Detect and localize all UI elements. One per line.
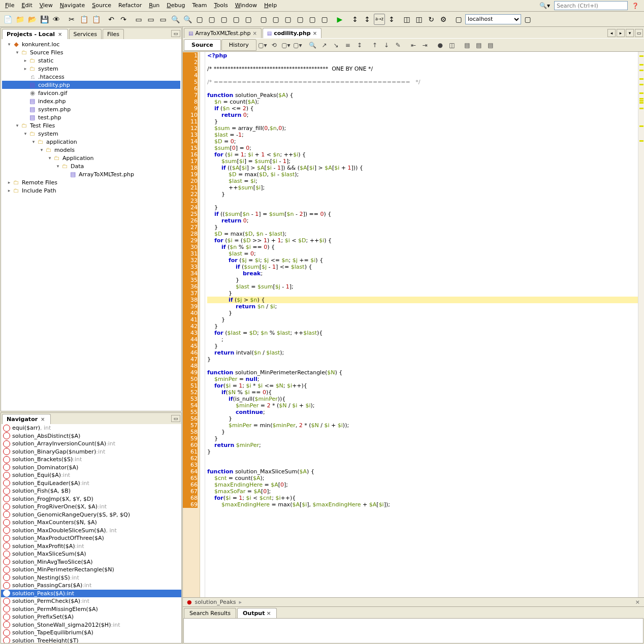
tree-item-system-php[interactable]: ▤system.php [2,105,180,113]
editor-tool-btn[interactable]: ✎ [393,40,404,51]
host-combo[interactable]: localhost [465,14,521,24]
twisty-icon[interactable]: ▾ [39,147,45,152]
nav-item[interactable]: solution_BinaryGap($number):int [1,448,181,456]
tb11[interactable]: ▢ [282,14,294,25]
nav-item[interactable]: solution_Brackets($S):int [1,456,181,464]
editor-tool-btn[interactable]: 🔍 [307,40,318,51]
editor-tool-btn[interactable]: ⇥ [420,40,431,51]
menu-refactor[interactable]: Refactor [115,1,145,10]
db3[interactable]: ↻ [426,14,437,25]
nav-item[interactable]: solution_Equi($A):int [1,471,181,479]
editor-tool-btn[interactable]: ▢▾ [292,40,303,51]
editor-tool-btn[interactable]: ↓ [381,40,392,51]
tree-item-test-php[interactable]: ▤test.php [2,113,180,121]
tree-item-test-files[interactable]: ▾🗀Test Files [2,121,180,130]
nav-item[interactable]: solution_PermCheck($A):int [1,597,181,605]
tree-item-application[interactable]: ▾🗀application [2,138,180,146]
menu-tools[interactable]: Tools [211,1,231,10]
tb13[interactable]: ▢ [307,14,318,25]
minimize-btn[interactable]: ▭ [171,415,180,422]
code-editor[interactable]: <?php /* *******************************… [205,52,638,597]
tb10[interactable]: ▢ [270,14,281,25]
tb7[interactable]: ▢ [231,14,242,25]
tree-item-favicon-gif[interactable]: ◉favicon.gif [2,89,180,97]
editor-tool-btn[interactable]: ◫ [446,40,458,51]
menu-view[interactable]: View [37,1,56,10]
editor-tool-btn[interactable]: ▤ [473,40,485,51]
menu-team[interactable]: Team [189,1,210,10]
save-all-btn[interactable]: 💾 [39,14,50,25]
scroll-right-btn[interactable]: ▸ [617,29,625,37]
nav-item[interactable]: solution_MaxProfit($A):int [1,542,181,551]
nav-item[interactable]: solution_ArrayInversionCount($A):int [1,440,181,448]
editor-tool-btn[interactable]: ↕ [354,40,365,51]
sort1[interactable]: ↕ [349,14,361,25]
tb12[interactable]: ▢ [295,14,306,25]
tb8[interactable]: ▢ [243,14,254,25]
tree-item-application[interactable]: ▾🗀Application [2,154,180,162]
reload-btn[interactable]: 👁 [51,14,62,25]
tree-item-arraytoxmltest-php[interactable]: ▤ArrayToXMLTest.php [2,170,180,178]
nav-item[interactable]: solution_TapeEquilibrium($A) [1,629,181,637]
twisty-icon[interactable]: ▸ [22,58,28,63]
tb1[interactable]: ▭ [133,14,144,25]
db1[interactable]: ◫ [401,14,412,25]
tb4[interactable]: ▢ [194,14,205,25]
twisty-icon[interactable]: ▾ [55,164,61,169]
menu-navigate[interactable]: Navigate [57,1,88,10]
run-btn[interactable]: ▶ [334,14,345,25]
close-icon[interactable]: × [40,416,46,422]
new-file-btn[interactable]: 📄 [2,14,13,25]
menu-window[interactable]: Window [232,1,260,10]
nav-item[interactable]: solution_EquiLeader($A):int [1,479,181,488]
zoom-out-btn[interactable]: 🔍 [170,14,181,25]
sort4[interactable]: ↕ [386,14,397,25]
project-tree[interactable]: ▾◆konkurent.loc▾🗀Source Files▸🗀static▸🗀s… [1,39,181,411]
panel-tab-projects-local[interactable]: Projects - Local× [2,29,68,39]
nav-item[interactable]: equi($arr), int [1,424,181,432]
nav-item[interactable]: solution_FrogJmp($X, $Y, $D) [1,495,181,503]
undo-btn[interactable]: ↶ [106,14,117,25]
close-icon[interactable]: × [313,30,317,36]
nav-item[interactable]: solution_MaxCounters($N, $A) [1,519,181,527]
editor-tool-btn[interactable]: ≡ [342,40,353,51]
gutter[interactable]: 1234567891011121314151617181920212223242… [183,52,200,597]
twisty-icon[interactable]: ▾ [6,42,12,47]
nav-item[interactable]: solution_Fish($A, $B) [1,487,181,495]
navigator-list[interactable]: equi($arr), intsolution_AbsDistinct($A)s… [1,424,181,643]
open-btn[interactable]: 📂 [26,14,38,25]
cut-btn[interactable]: ✂ [66,14,77,25]
tb6[interactable]: ▢ [218,14,230,25]
nav-item[interactable]: solution_Dominator($A) [1,464,181,472]
bottom-tab-search-results[interactable]: Search Results [184,608,236,618]
menu-source[interactable]: Source [89,1,114,10]
twisty-icon[interactable]: ▾ [22,131,28,136]
nav-item[interactable]: solution_TreeHeight($T) [1,637,181,643]
tree-item-remote-files[interactable]: ▸🗀Remote Files [2,178,180,186]
twisty-icon[interactable]: ▾ [30,139,37,144]
breadcrumb-close[interactable]: × [635,599,640,605]
tree-item-include-path[interactable]: ▸🗀Include Path [2,186,180,195]
editor-tab-ArrayToXMLTest-php[interactable]: ▤ArrayToXMLTest.php× [184,28,262,38]
nav-item[interactable]: solution_PermMissingElem($A) [1,605,181,614]
nav-item[interactable]: solution_AbsDistinct($A) [1,432,181,440]
tb3[interactable]: ▭ [157,14,169,25]
close-icon[interactable]: × [252,30,256,36]
sort2[interactable]: ↕ [362,14,373,25]
paste-btn[interactable]: 📋 [90,14,102,25]
twisty-icon[interactable]: ▸ [6,188,12,193]
search-input[interactable] [554,1,628,10]
panel-tab-files[interactable]: Files [103,29,124,39]
editor-tool-btn[interactable]: ⇤ [408,40,419,51]
menu-debug[interactable]: Debug [164,1,188,10]
nav-item[interactable]: solution_PrefixSet($A) [1,613,181,621]
tree-item-models[interactable]: ▾🗀models [2,146,180,154]
bottom-tab-output[interactable]: Output × [237,608,277,618]
tree-item-static[interactable]: ▸🗀static [2,56,180,65]
tb9[interactable]: ▢ [258,14,269,25]
menu-help[interactable]: Help [261,1,280,10]
tree-item--htaccess[interactable]: ⎌.htaccess [2,73,180,81]
error-strip[interactable] [638,52,644,597]
host-opt[interactable]: ▢ [522,14,533,25]
editor-tool-btn[interactable]: ● [435,40,446,51]
